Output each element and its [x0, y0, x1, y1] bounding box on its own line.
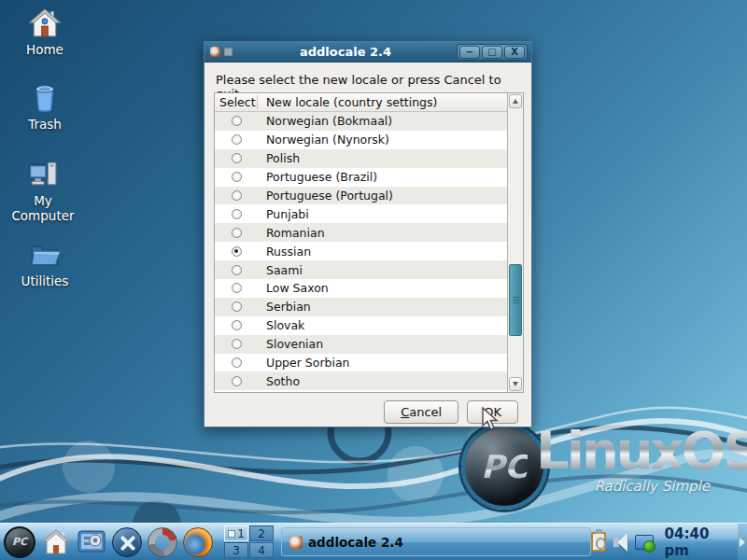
vertical-scrollbar[interactable] [507, 93, 523, 392]
maximize-button[interactable]: □ [482, 46, 502, 59]
locale-label: Portuguese (Brazil) [258, 170, 377, 184]
scrollbar-grip-icon [513, 297, 519, 303]
radio-button[interactable] [232, 116, 242, 126]
panel-hide-button[interactable] [738, 524, 747, 560]
ok-button-label: OK [484, 405, 501, 419]
locale-row[interactable]: Russian [215, 242, 507, 260]
home-icon [41, 527, 71, 557]
window-buttons: − □ X [457, 44, 528, 61]
dialog-menu-icon[interactable] [224, 48, 233, 56]
clipboard-tray-icon[interactable] [591, 532, 605, 552]
locale-row[interactable]: Saami [215, 260, 507, 279]
locale-row[interactable]: Portuguese (Brazil) [215, 168, 507, 187]
scrollbar-thumb[interactable] [509, 264, 522, 336]
locale-label: Upper Sorbian [258, 356, 350, 370]
radio-cell [215, 172, 258, 182]
scroll-down-button[interactable] [509, 377, 522, 391]
locale-row[interactable]: Serbian [215, 298, 507, 316]
firefox-browser-button[interactable] [183, 527, 213, 557]
desktop-icon-utilities[interactable]: Utilities [6, 239, 84, 288]
radio-button[interactable] [232, 320, 242, 330]
scroll-up-button[interactable] [509, 94, 522, 108]
radio-button[interactable] [232, 172, 242, 182]
pager-window-thumb [228, 530, 235, 538]
start-button-label: PC [12, 536, 27, 548]
home-icon [29, 7, 61, 39]
locale-table: Select New locale (country settings) Nor… [214, 92, 524, 393]
locale-label: Slovenian [258, 337, 323, 351]
radio-button[interactable] [232, 153, 242, 163]
locale-label: Slovak [258, 318, 304, 332]
desktop-icon-trash[interactable]: Trash [6, 82, 84, 132]
locale-label: Low Saxon [258, 281, 329, 295]
radio-button[interactable] [232, 357, 242, 368]
pager-desktop-2[interactable]: 2 [249, 525, 274, 541]
radio-button[interactable] [232, 339, 242, 349]
desktop-icon-label: My Computer [11, 193, 74, 223]
configure-tools-button[interactable] [112, 527, 142, 557]
radio-button[interactable] [232, 228, 242, 238]
dialog-titlebar[interactable]: addlocale 2.4 − □ X [204, 42, 531, 63]
pager-number: 3 [233, 544, 240, 557]
column-header-locale[interactable]: New locale (country settings) [258, 95, 437, 109]
radio-button[interactable] [232, 209, 242, 219]
radio-button[interactable] [232, 190, 242, 201]
radio-button[interactable] [232, 301, 242, 312]
locale-row[interactable]: Slovak [215, 316, 507, 335]
close-button[interactable]: X [504, 46, 525, 59]
chevron-up-icon [513, 99, 518, 104]
locale-row[interactable]: Romanian [215, 223, 507, 242]
locale-row[interactable]: Low Saxon [215, 279, 507, 298]
dialog-buttons: Cancel OK [384, 400, 518, 424]
radio-button[interactable] [232, 376, 242, 386]
chevron-down-icon [513, 382, 518, 386]
taskbar-home-button[interactable] [41, 527, 71, 557]
locale-row[interactable]: Slovenian [215, 335, 507, 354]
locale-label: Portuguese (Portugal) [258, 189, 393, 203]
scrollbar-track[interactable] [508, 109, 523, 376]
pclinuxos-logo-sphere: PC [461, 424, 547, 510]
cancel-button[interactable]: Cancel [384, 400, 458, 424]
dialog-app-icon [210, 47, 220, 57]
software-update-button[interactable] [148, 527, 177, 557]
radio-button[interactable] [232, 246, 242, 257]
addlocale-dialog: addlocale 2.4 − □ X Please select the ne… [204, 41, 532, 427]
pager-desktop-4[interactable]: 4 [249, 542, 274, 558]
radio-cell [215, 116, 258, 126]
control-center-button[interactable] [77, 527, 106, 557]
radio-cell [215, 228, 258, 238]
radio-cell [215, 246, 258, 257]
task-button-label: addlocale 2.4 [308, 535, 403, 550]
locale-row[interactable]: Upper Sorbian [215, 354, 507, 372]
pager-desktop-1[interactable]: 1 [224, 525, 248, 541]
locale-row[interactable]: Polish [215, 149, 507, 168]
pager-desktop-3[interactable]: 3 [224, 542, 248, 558]
minimize-button[interactable]: − [459, 46, 480, 59]
cancel-button-label: Cancel [401, 405, 442, 419]
locale-row[interactable]: Norwegian (Bokmaal) [215, 112, 507, 131]
volume-tray-icon[interactable] [613, 533, 627, 552]
locale-label: Sotho [258, 374, 300, 388]
desktop-icon-label: Home [26, 42, 63, 57]
dialog-title: addlocale 2.4 [234, 45, 457, 59]
radio-button[interactable] [232, 265, 242, 275]
locale-row[interactable]: Sotho [215, 371, 507, 390]
desktop-icon-my-computer[interactable]: My Computer [4, 159, 82, 223]
locale-row[interactable]: Norwegian (Nynorsk) [215, 131, 507, 149]
locale-row[interactable]: Portuguese (Portugal) [215, 187, 507, 205]
locale-row[interactable]: Spanish (Spain) [215, 390, 507, 392]
logo-tagline-text: Radically Simple [594, 478, 710, 495]
taskbar-task-addlocale[interactable]: addlocale 2.4 [281, 527, 591, 556]
column-header-select[interactable]: Select [215, 95, 258, 109]
locale-row[interactable]: Punjabi [215, 204, 507, 223]
radio-cell [215, 301, 258, 312]
radio-button[interactable] [232, 283, 242, 293]
start-menu-button[interactable]: PC [4, 526, 35, 558]
update-notifier-tray-icon[interactable] [635, 535, 654, 550]
taskbar-clock[interactable]: 04:40 pm [665, 525, 728, 559]
radio-cell [215, 357, 258, 368]
table-header: Select New locale (country settings) [215, 93, 507, 112]
radio-button[interactable] [232, 134, 242, 145]
desktop-icon-home[interactable]: Home [6, 7, 84, 57]
ok-button[interactable]: OK [467, 400, 518, 424]
